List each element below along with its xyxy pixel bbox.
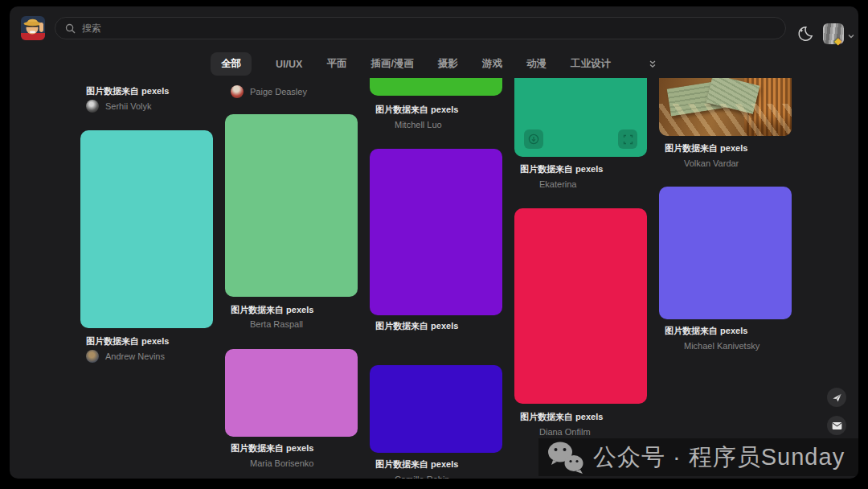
author-row[interactable]: Paige Deasley bbox=[231, 85, 307, 98]
wechat-logo-icon bbox=[547, 441, 585, 475]
search-icon bbox=[65, 23, 76, 34]
theme-toggle-button[interactable] bbox=[794, 23, 815, 44]
author-row[interactable]: Ekaterina bbox=[539, 179, 576, 189]
author-name: Michael Kanivetsky bbox=[684, 341, 760, 351]
category-tabbar: 全部 UI/UX 平面 插画/漫画 摄影 游戏 动漫 工业设计 bbox=[10, 50, 858, 78]
author-row[interactable]: Andrew Nevins bbox=[86, 350, 165, 363]
card-caption: 图片数据来自 pexels bbox=[375, 104, 458, 116]
image-card-periwinkle[interactable] bbox=[659, 187, 792, 319]
tab-game[interactable]: 游戏 bbox=[482, 57, 502, 71]
feed-column-5: 图片数据来自 pexels Volkan Vardar 图片数据来自 pexel… bbox=[659, 78, 792, 479]
download-button[interactable] bbox=[524, 129, 543, 149]
image-card-indigo[interactable] bbox=[370, 365, 502, 453]
author-avatar bbox=[86, 100, 99, 113]
card-caption: 图片数据来自 pexels bbox=[231, 442, 313, 454]
author-row[interactable]: Volkan Vardar bbox=[684, 158, 739, 168]
author-row[interactable]: Maria Borisenko bbox=[250, 458, 313, 468]
author-row[interactable]: Mitchell Luo bbox=[395, 120, 442, 129]
share-button[interactable] bbox=[827, 388, 846, 407]
card-caption: 图片数据来自 pexels bbox=[86, 335, 169, 347]
image-card-green[interactable] bbox=[225, 114, 358, 297]
feed-column-4: 图片数据来自 pexels Ekaterina 图片数据来自 pexels Di… bbox=[514, 78, 647, 479]
card-caption: 图片数据来自 pexels bbox=[86, 85, 169, 97]
image-card-emerald[interactable] bbox=[514, 78, 647, 157]
download-icon bbox=[528, 134, 539, 145]
paper-plane-icon bbox=[832, 392, 842, 403]
image-card-teal[interactable] bbox=[80, 130, 213, 328]
photo-light-streaks bbox=[659, 104, 792, 136]
watermark-text: 公众号 · 程序员Sunday bbox=[593, 442, 845, 474]
image-card-crimson[interactable] bbox=[514, 208, 647, 404]
feed-column-2: Paige Deasley 图片数据来自 pexels Berta Raspal… bbox=[225, 78, 358, 479]
author-name: Diana Onfilm bbox=[539, 427, 591, 437]
double-chevron-down-icon bbox=[648, 60, 657, 69]
tab-uiux[interactable]: UI/UX bbox=[276, 59, 302, 70]
moon-icon bbox=[796, 25, 813, 43]
tab-anime[interactable]: 动漫 bbox=[526, 57, 547, 71]
author-name: Mitchell Luo bbox=[395, 120, 442, 129]
search-placeholder: 搜索 bbox=[82, 22, 101, 35]
author-row[interactable]: Michael Kanivetsky bbox=[684, 341, 760, 351]
app-avatar[interactable] bbox=[21, 16, 45, 40]
author-name: Camille Robin bbox=[395, 475, 449, 479]
author-row[interactable]: Diana Onfilm bbox=[539, 427, 591, 437]
author-row[interactable]: Serhii Volyk bbox=[86, 100, 151, 113]
card-caption: 图片数据来自 pexels bbox=[375, 320, 458, 332]
card-caption: 图片数据来自 pexels bbox=[375, 458, 458, 471]
card-caption: 图片数据来自 pexels bbox=[520, 411, 603, 423]
author-row[interactable]: Berta Raspall bbox=[250, 319, 303, 329]
image-card-orchid[interactable] bbox=[225, 349, 358, 437]
author-name: Volkan Vardar bbox=[684, 158, 739, 168]
author-avatar bbox=[86, 350, 99, 363]
image-feed: 图片数据来自 pexels Serhii Volyk 图片数据来自 pexels… bbox=[10, 78, 858, 479]
author-row[interactable]: Camille Robin bbox=[395, 475, 449, 479]
author-avatar bbox=[231, 85, 244, 98]
envelope-icon bbox=[832, 421, 842, 430]
tab-photography[interactable]: 摄影 bbox=[438, 57, 458, 71]
tabs-expand-button[interactable] bbox=[648, 60, 657, 69]
expand-button[interactable] bbox=[618, 129, 637, 149]
header: 搜索 ◆ bbox=[10, 6, 858, 50]
image-card-photo[interactable] bbox=[659, 78, 792, 136]
fullscreen-icon bbox=[623, 134, 633, 145]
author-name: Paige Deasley bbox=[250, 87, 307, 97]
tab-illustration[interactable]: 插画/漫画 bbox=[371, 57, 413, 71]
watermark: 公众号 · 程序员Sunday bbox=[538, 438, 858, 476]
author-name: Berta Raspall bbox=[250, 319, 303, 329]
image-card-lime[interactable] bbox=[370, 78, 502, 96]
author-name: Serhii Volyk bbox=[105, 101, 151, 111]
vip-diamond-badge: ◆ bbox=[834, 36, 841, 46]
card-caption: 图片数据来自 pexels bbox=[665, 325, 747, 337]
author-name: Ekaterina bbox=[539, 179, 576, 189]
author-name: Andrew Nevins bbox=[105, 351, 165, 361]
image-card-violet[interactable] bbox=[370, 149, 502, 315]
card-caption: 图片数据来自 pexels bbox=[520, 163, 603, 175]
card-caption: 图片数据来自 pexels bbox=[665, 142, 747, 154]
author-name: Maria Borisenko bbox=[250, 458, 313, 468]
chevron-down-icon[interactable] bbox=[847, 29, 857, 39]
card-caption: 图片数据来自 pexels bbox=[231, 304, 313, 316]
feed-column-3: 图片数据来自 pexels Mitchell Luo 图片数据来自 pexels… bbox=[370, 78, 502, 479]
search-input[interactable]: 搜索 bbox=[55, 17, 786, 39]
app-window: 搜索 ◆ 全部 UI/UX 平面 插画/漫画 摄影 游戏 动漫 工业设计 bbox=[10, 6, 858, 479]
tab-all[interactable]: 全部 bbox=[211, 52, 252, 76]
tab-graphic[interactable]: 平面 bbox=[326, 57, 346, 71]
contact-button[interactable] bbox=[827, 416, 846, 435]
tab-industrial[interactable]: 工业设计 bbox=[571, 57, 611, 71]
feed-column-1: 图片数据来自 pexels Serhii Volyk 图片数据来自 pexels… bbox=[80, 78, 213, 479]
luffy-avatar-art bbox=[21, 16, 45, 40]
